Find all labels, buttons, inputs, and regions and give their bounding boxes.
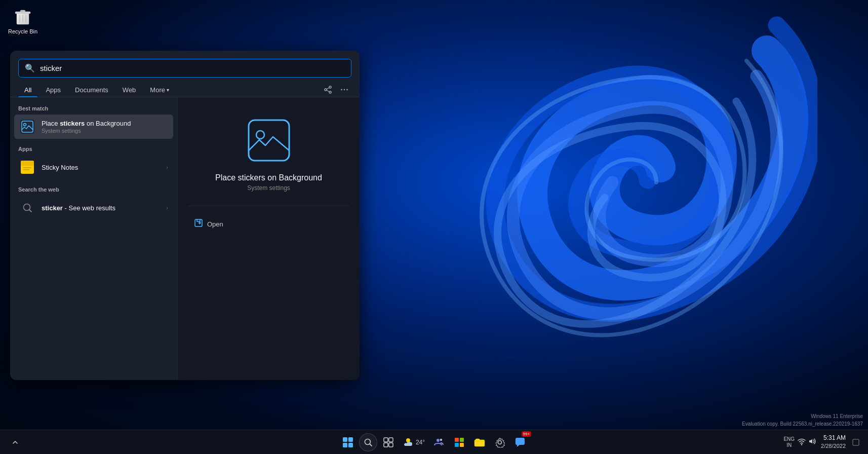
ellipsis-icon: [340, 86, 348, 94]
date-display: 2/28/2022: [821, 442, 846, 450]
svg-rect-42: [460, 438, 464, 442]
settings-button[interactable]: [491, 433, 509, 451]
best-match-title: Place stickers on Background: [42, 120, 168, 127]
eval-line1: Windows 11 Enterprise: [742, 412, 863, 420]
svg-point-39: [437, 439, 440, 442]
web-search-header: Search the web: [14, 184, 173, 195]
sticky-notes-icon: [19, 159, 35, 175]
tab-more[interactable]: More ▾: [144, 83, 175, 97]
task-view-icon: [383, 437, 393, 447]
sticky-notes-item[interactable]: Sticky Notes ›: [14, 155, 173, 179]
svg-line-10: [327, 88, 329, 89]
tab-apps[interactable]: Apps: [40, 83, 67, 97]
tab-web[interactable]: Web: [116, 83, 142, 97]
sticky-notes-chevron: ›: [166, 164, 168, 170]
svg-point-13: [344, 89, 345, 91]
notification-app-button[interactable]: 99+: [511, 433, 529, 451]
tab-documents[interactable]: Documents: [69, 83, 114, 97]
preview-title: Place stickers on Background: [215, 173, 322, 182]
store-button[interactable]: [450, 433, 468, 451]
share-button[interactable]: [321, 83, 335, 97]
svg-rect-36: [384, 443, 388, 447]
open-icon: [194, 218, 203, 230]
open-action-label: Open: [207, 220, 223, 228]
notification-center-button[interactable]: [850, 433, 862, 451]
tab-all[interactable]: All: [18, 83, 37, 97]
svg-line-24: [29, 210, 31, 212]
weather-button[interactable]: 24°: [400, 433, 428, 451]
weather-temp: 24°: [416, 439, 425, 446]
svg-rect-49: [853, 439, 859, 445]
taskbar-right: ENG IN: [783, 433, 868, 451]
svg-point-14: [346, 89, 348, 91]
settings-gear-icon: [494, 437, 505, 448]
windows-logo-icon: [342, 437, 353, 448]
system-tray-icons: ENG IN: [783, 436, 817, 448]
notification-badge: 99+: [522, 431, 532, 437]
results-left: Best match Place stickers on Backgro: [10, 97, 177, 380]
eval-watermark: Windows 11 Enterprise Evaluation copy. B…: [742, 412, 868, 428]
recycle-bin-label: Recycle Bin: [8, 28, 37, 34]
best-match-subtitle: System settings: [42, 128, 168, 134]
search-box[interactable]: 🔍: [18, 59, 351, 78]
eval-line2: Evaluation copy. Build 22563.ni_release.…: [742, 420, 863, 428]
svg-line-11: [327, 90, 329, 92]
files-icon: [474, 437, 485, 448]
search-input[interactable]: [40, 64, 345, 72]
search-panel: 🔍 All Apps Documents Web More ▾: [10, 51, 360, 380]
svg-rect-3: [20, 10, 25, 12]
svg-rect-31: [348, 443, 353, 447]
svg-point-47: [801, 444, 802, 445]
best-match-item[interactable]: Place stickers on Background System sett…: [14, 115, 173, 139]
taskbar-search-button[interactable]: [359, 433, 377, 451]
recycle-bin[interactable]: Recycle Bin: [5, 4, 41, 36]
tray-expand-button[interactable]: [5, 432, 25, 452]
taskbar-search-icon: [364, 438, 373, 447]
volume-icon[interactable]: [809, 437, 817, 447]
tab-actions: [321, 83, 351, 97]
preview-sticker-icon: [246, 118, 292, 163]
svg-rect-30: [343, 443, 347, 447]
store-icon: [454, 437, 465, 448]
svg-point-12: [341, 89, 342, 91]
svg-rect-46: [516, 438, 525, 445]
preview-icon: [246, 118, 292, 163]
web-search-item[interactable]: sticker - See web results ›: [14, 196, 173, 220]
svg-point-26: [256, 131, 264, 139]
sticker-settings-icon: [19, 119, 35, 135]
svg-point-8: [329, 91, 331, 93]
start-button[interactable]: [339, 433, 357, 451]
task-view-button[interactable]: [379, 433, 398, 451]
clock-display[interactable]: 5:31 AM 2/28/2022: [821, 434, 846, 450]
web-search-item-icon: [19, 200, 35, 216]
taskbar-left: [0, 432, 25, 452]
svg-point-9: [325, 89, 327, 91]
svg-point-7: [329, 86, 331, 88]
teams-button[interactable]: [430, 433, 448, 451]
best-match-text: Place stickers on Background System sett…: [42, 120, 168, 134]
svg-rect-28: [343, 437, 347, 442]
results-right: Place stickers on Background System sett…: [177, 97, 360, 380]
best-match-icon: [19, 119, 35, 135]
taskbar: 24°: [0, 430, 868, 454]
files-button[interactable]: [470, 433, 489, 451]
svg-rect-48: [809, 440, 810, 442]
svg-rect-44: [460, 443, 464, 447]
svg-point-38: [406, 438, 410, 442]
svg-point-45: [498, 440, 502, 444]
apps-header: Apps: [14, 144, 173, 154]
svg-rect-41: [455, 438, 459, 442]
svg-rect-37: [389, 443, 393, 447]
web-search-title: sticker - See web results: [42, 204, 160, 212]
network-icon[interactable]: [798, 437, 806, 447]
more-options-button[interactable]: [337, 83, 351, 97]
open-action[interactable]: Open: [188, 214, 349, 234]
sticky-notes-title: Sticky Notes: [42, 164, 160, 171]
chevron-up-icon: [12, 439, 18, 445]
svg-line-33: [370, 444, 372, 446]
web-search-text: sticker - See web results: [42, 204, 160, 212]
svg-rect-43: [455, 443, 459, 447]
share-icon: [324, 86, 332, 94]
sticky-notes-text: Sticky Notes: [42, 164, 160, 171]
language-indicator[interactable]: ENG IN: [783, 436, 795, 448]
